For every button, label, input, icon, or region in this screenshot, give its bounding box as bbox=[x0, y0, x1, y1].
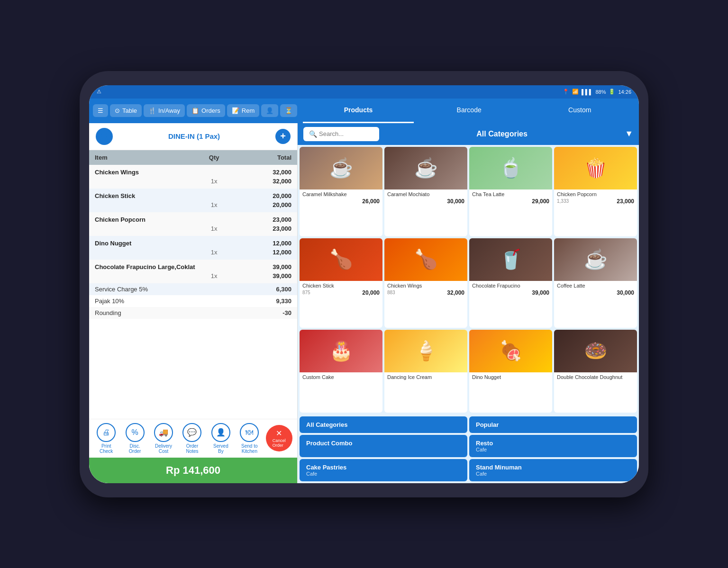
product-info: Dancing Ice Cream bbox=[384, 372, 467, 383]
item-name: Dino Nugget bbox=[89, 236, 253, 248]
category-sub: Cafe bbox=[306, 471, 461, 477]
charge-row: Service Charge 5%6,300 bbox=[89, 283, 297, 295]
charge-label: Service Charge 5% bbox=[89, 283, 253, 295]
all-categories-label: All Categories bbox=[383, 130, 621, 138]
category-product-combo[interactable]: Product Combo bbox=[300, 435, 467, 457]
product-info: Chicken Popcorn 1,333 23,000 bbox=[554, 189, 637, 207]
orders-button[interactable]: 📋 Orders bbox=[187, 104, 225, 117]
filter-icon[interactable]: ▼ bbox=[625, 129, 633, 139]
product-info: Double Chocolate Doughnut bbox=[554, 372, 637, 383]
search-input[interactable] bbox=[319, 130, 373, 137]
tablet-device: ⚠ 📍 📶 ▌▌▌ 88% 🔋 14:26 ☰ ⊙ Table 🍴 In bbox=[80, 71, 648, 497]
item-qty: 1x bbox=[175, 177, 253, 189]
product-name: Chocolate Frapucino bbox=[472, 283, 549, 289]
item-total: 23,000 bbox=[253, 212, 298, 224]
product-image: 🍿 bbox=[554, 147, 637, 189]
user-icon-button[interactable]: 👤 bbox=[261, 104, 278, 117]
categories-grid: All Categories Popular Product Combo Res… bbox=[298, 415, 639, 483]
warning-icon: ⚠ bbox=[97, 89, 101, 95]
product-price: 26,000 bbox=[362, 198, 380, 205]
search-icon: 🔍 bbox=[309, 130, 317, 138]
hourglass-button[interactable]: ⏳ bbox=[280, 104, 297, 117]
product-card[interactable]: 🍗 Chicken Wings 883 32,000 bbox=[384, 238, 467, 328]
product-info: Dino Nugget bbox=[469, 372, 552, 383]
menu-icon: ☰ bbox=[98, 107, 103, 114]
product-card[interactable]: 🎂 Custom Cake bbox=[300, 330, 382, 413]
product-card[interactable]: 🍦 Dancing Ice Cream bbox=[384, 330, 467, 413]
category-name: All Categories bbox=[306, 421, 461, 428]
charge-value: 9,330 bbox=[253, 295, 298, 307]
product-image: 🥤 bbox=[469, 238, 552, 281]
table-button[interactable]: ⊙ Table bbox=[110, 104, 142, 117]
category-resto[interactable]: Resto Cafe bbox=[469, 435, 637, 457]
item-total: 20,000 bbox=[253, 189, 298, 200]
product-card[interactable]: 🍖 Dino Nugget bbox=[469, 330, 552, 413]
product-name: Chicken Stick bbox=[302, 283, 380, 289]
add-pax-button[interactable]: + bbox=[275, 129, 291, 144]
disc-order-button[interactable]: % Disc.Order bbox=[123, 423, 147, 454]
table-row: Chicken Popcorn23,000 bbox=[89, 212, 297, 224]
avatar-button[interactable]: 👤 bbox=[96, 128, 113, 145]
send-kitchen-button[interactable]: 🍽 Send toKitchen bbox=[237, 423, 262, 454]
user-icon: 👤 bbox=[266, 107, 273, 114]
product-price: 30,000 bbox=[447, 198, 464, 205]
table-row: Chicken Stick20,000 bbox=[89, 189, 297, 200]
total-bar: Rp 141,600 bbox=[89, 458, 297, 483]
category-cake-pastries[interactable]: Cake Pastries Cafe bbox=[300, 459, 467, 481]
menu-button[interactable]: ☰ bbox=[93, 104, 108, 117]
product-stock: 883 bbox=[387, 290, 395, 295]
clock: 14:26 bbox=[618, 89, 631, 95]
product-stock: 875 bbox=[302, 290, 310, 295]
product-name: Dino Nugget bbox=[472, 374, 549, 380]
item-name: Chicken Stick bbox=[89, 189, 253, 200]
print-check-button[interactable]: 🖨 PrintCheck bbox=[94, 423, 118, 454]
inaway-button[interactable]: 🍴 In/Away bbox=[144, 104, 185, 117]
product-image: 🍩 bbox=[554, 330, 637, 372]
product-card[interactable]: 🍿 Chicken Popcorn 1,333 23,000 bbox=[554, 147, 637, 236]
product-image: 🍗 bbox=[384, 238, 467, 281]
order-notes-button[interactable]: 💬 OrderNotes bbox=[180, 423, 204, 454]
battery-icon: 🔋 bbox=[609, 89, 615, 95]
product-image: 🍖 bbox=[469, 330, 552, 372]
table-row: Chicken Wings32,000 bbox=[89, 165, 297, 177]
order-table: Item Qty Total Chicken Wings32,0001x32,0… bbox=[89, 150, 297, 419]
signal-icon: ▌▌▌ bbox=[582, 89, 592, 95]
category-sub: Cafe bbox=[476, 471, 630, 477]
product-card[interactable]: 🍗 Chicken Stick 875 20,000 bbox=[300, 238, 382, 328]
battery-percent: 88% bbox=[595, 89, 606, 95]
item-total: 32,000 bbox=[253, 165, 298, 177]
item-qty: 1x bbox=[175, 224, 253, 236]
delivery-cost-button[interactable]: 🚚 DeliveryCost bbox=[151, 423, 176, 454]
item-name: Chicken Wings bbox=[89, 165, 253, 177]
delivery-icon: 🚚 bbox=[154, 423, 173, 442]
tab-barcode[interactable]: Barcode bbox=[414, 99, 525, 123]
charge-row: Pajak 10%9,330 bbox=[89, 295, 297, 307]
product-card[interactable]: ☕ Caramel Mochiato 30,000 bbox=[384, 147, 467, 236]
product-card[interactable]: ☕ Caramel Milkshake 26,000 bbox=[300, 147, 382, 236]
top-nav: ☰ ⊙ Table 🍴 In/Away 📋 Orders 📝 Rem 👤 bbox=[89, 99, 639, 123]
category-name: Stand Minuman bbox=[476, 464, 630, 471]
inaway-icon: 🍴 bbox=[148, 107, 156, 114]
product-info: Coffee Latte 30,000 bbox=[554, 281, 637, 298]
tab-custom[interactable]: Custom bbox=[524, 99, 635, 123]
category-all-categories[interactable]: All Categories bbox=[300, 416, 467, 433]
category-name: Resto bbox=[476, 440, 630, 447]
product-card[interactable]: 🍵 Cha Tea Latte 29,000 bbox=[469, 147, 552, 236]
table-row: Dino Nugget12,000 bbox=[89, 236, 297, 248]
tab-products[interactable]: Products bbox=[303, 99, 414, 123]
cancel-order-button[interactable]: ✕ CancelOrder bbox=[266, 425, 292, 451]
products-panel: 🔍 All Categories ▼ ☕ Caramel Milkshake 2… bbox=[298, 123, 639, 483]
col-total: Total bbox=[253, 150, 298, 165]
product-card[interactable]: 🥤 Chocolate Frapucino 39,000 bbox=[469, 238, 552, 328]
table-row-detail: 1x20,000 bbox=[89, 200, 297, 212]
product-name: Caramel Milkshake bbox=[302, 191, 380, 197]
category-stand-minuman[interactable]: Stand Minuman Cafe bbox=[469, 459, 637, 481]
served-by-button[interactable]: 👤 ServedBy bbox=[209, 423, 233, 454]
product-image: 🍗 bbox=[300, 238, 382, 281]
rem-button[interactable]: 📝 Rem bbox=[227, 104, 259, 117]
item-total: 39,000 bbox=[253, 260, 298, 271]
product-card[interactable]: 🍩 Double Chocolate Doughnut bbox=[554, 330, 637, 413]
avatar-icon: 👤 bbox=[100, 132, 109, 141]
category-popular[interactable]: Popular bbox=[469, 416, 637, 433]
product-card[interactable]: ☕ Coffee Latte 30,000 bbox=[554, 238, 637, 328]
